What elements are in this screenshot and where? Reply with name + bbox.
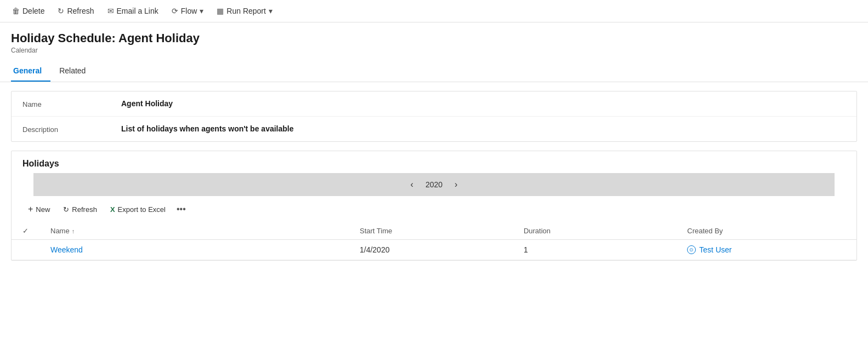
- name-value: Agent Holiday: [121, 99, 173, 108]
- email-icon: ✉: [107, 7, 114, 15]
- created-by-user[interactable]: ⊙ Test User: [687, 245, 846, 254]
- year-text: 2020: [426, 180, 442, 189]
- page-header: Holiday Schedule: Agent Holiday Calendar: [0, 22, 868, 54]
- page-subtitle: Calendar: [11, 47, 857, 54]
- top-toolbar: 🗑 Delete ↻ Refresh ✉ Email a Link ⟳ Flow…: [0, 0, 868, 22]
- start-time-column-header[interactable]: Start Time: [349, 222, 513, 240]
- delete-icon: 🗑: [12, 7, 20, 15]
- delete-button[interactable]: 🗑 Delete: [7, 3, 50, 19]
- row-created-by-cell: ⊙ Test User: [676, 240, 856, 260]
- created-by-column-header[interactable]: Created By: [676, 222, 856, 240]
- next-year-button[interactable]: ›: [451, 179, 461, 191]
- holidays-section-title: Holidays: [12, 151, 856, 173]
- description-value: List of holidays when agents won't be av…: [121, 124, 294, 133]
- more-options-button[interactable]: •••: [173, 202, 189, 216]
- check-column-header: ✓: [12, 222, 39, 240]
- prev-year-button[interactable]: ‹: [407, 179, 417, 191]
- name-row: Name Agent Holiday: [12, 91, 856, 117]
- flow-icon: ⟳: [172, 7, 178, 15]
- tab-general[interactable]: General: [11, 61, 50, 82]
- email-link-button[interactable]: ✉ Email a Link: [102, 3, 164, 19]
- flow-chevron-icon: ▾: [200, 7, 203, 15]
- holiday-name-link[interactable]: Weekend: [50, 245, 83, 254]
- sub-refresh-button[interactable]: ↻ Refresh: [58, 203, 103, 216]
- page-title: Holiday Schedule: Agent Holiday: [11, 31, 857, 45]
- table-row: Weekend 1/4/2020 1 ⊙ Test User: [12, 240, 856, 260]
- name-column-header[interactable]: Name ↑: [39, 222, 349, 240]
- description-label: Description: [22, 124, 121, 134]
- tabs-container: General Related: [0, 61, 868, 82]
- row-check-cell: [12, 240, 39, 260]
- holidays-card: Holidays ‹ 2020 › + New ↻ Refresh X Expo…: [11, 151, 857, 261]
- new-button[interactable]: + New: [22, 202, 55, 217]
- refresh-icon: ↻: [58, 7, 64, 15]
- plus-icon: +: [28, 204, 33, 214]
- sort-icon: ↑: [72, 228, 75, 234]
- row-start-time-cell: 1/4/2020: [349, 240, 513, 260]
- row-name-cell: Weekend: [39, 240, 349, 260]
- duration-column-header[interactable]: Duration: [513, 222, 676, 240]
- description-row: Description List of holidays when agents…: [12, 117, 856, 141]
- excel-icon: X: [110, 205, 115, 214]
- tab-related[interactable]: Related: [57, 61, 94, 82]
- run-report-chevron-icon: ▾: [269, 7, 273, 15]
- flow-button[interactable]: ⟳ Flow ▾: [166, 3, 209, 19]
- year-nav: ‹ 2020 ›: [33, 173, 835, 196]
- export-excel-button[interactable]: X Export to Excel: [105, 203, 171, 216]
- form-card: Name Agent Holiday Description List of h…: [11, 91, 857, 142]
- refresh-button[interactable]: ↻ Refresh: [52, 3, 99, 19]
- run-report-button[interactable]: ▦ Run Report ▾: [211, 3, 278, 19]
- main-content: Name Agent Holiday Description List of h…: [0, 82, 868, 269]
- run-report-icon: ▦: [217, 7, 224, 15]
- name-label: Name: [22, 99, 121, 108]
- header-check-icon: ✓: [22, 227, 29, 235]
- sub-refresh-icon: ↻: [63, 205, 69, 214]
- holidays-table: ✓ Name ↑ Start Time: [12, 222, 856, 260]
- sub-toolbar: + New ↻ Refresh X Export to Excel •••: [12, 196, 856, 222]
- user-icon: ⊙: [687, 245, 696, 254]
- row-duration-cell: 1: [513, 240, 676, 260]
